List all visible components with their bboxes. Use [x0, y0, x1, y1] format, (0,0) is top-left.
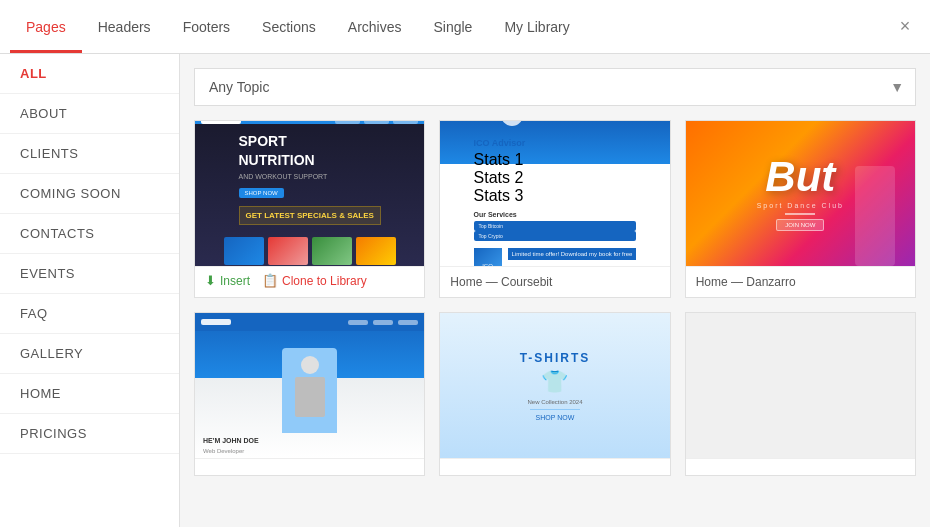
- card-thumbnail: THE NUMBER OF YOUR Certified Nord ICO Ad…: [440, 121, 669, 266]
- card-title: [440, 458, 669, 475]
- sidebar-item-contacts[interactable]: CONTACTS: [0, 214, 179, 254]
- thumb-coursebit: THE NUMBER OF YOUR Certified Nord ICO Ad…: [440, 121, 669, 266]
- top-nav: Pages Headers Footers Sections Archives …: [0, 0, 930, 54]
- sidebar: ALL ABOUT CLIENTS COMING SOON CONTACTS E…: [0, 54, 180, 527]
- templates-grid: SPORTNUTRITION AND WORKOUT SUPPORT SHOP …: [194, 120, 916, 476]
- card-thumbnail: [686, 313, 915, 458]
- tab-my-library[interactable]: My Library: [488, 0, 585, 53]
- topic-filter-wrapper: Any Topic Business Sport Technology Fash…: [194, 68, 916, 106]
- card-thumbnail: T-SHIRTS 👕 New Collection 2024 SHOP NOW: [440, 313, 669, 458]
- card-thumbnail: But Sport Dance Club JOIN NOW: [686, 121, 915, 266]
- tab-archives[interactable]: Archives: [332, 0, 418, 53]
- insert-button[interactable]: ⬇ Insert: [205, 273, 250, 288]
- sidebar-item-events[interactable]: EVENTS: [0, 254, 179, 294]
- template-card-empty[interactable]: [685, 312, 916, 476]
- card-thumbnail: SPORTNUTRITION AND WORKOUT SUPPORT SHOP …: [195, 121, 424, 266]
- main-area: ALL ABOUT CLIENTS COMING SOON CONTACTS E…: [0, 54, 930, 527]
- tab-footers[interactable]: Footers: [167, 0, 246, 53]
- card-action-bar: ⬇ Insert 📋 Clone to Library: [195, 266, 424, 294]
- template-card-danzarro[interactable]: But Sport Dance Club JOIN NOW Home — Dan…: [685, 120, 916, 298]
- close-button[interactable]: ×: [890, 12, 920, 42]
- card-thumbnail: HE'M JOHN DOE Web Developer: [195, 313, 424, 458]
- template-card-bottom-left[interactable]: HE'M JOHN DOE Web Developer: [194, 312, 425, 476]
- content-area: Any Topic Business Sport Technology Fash…: [180, 54, 930, 527]
- clone-to-library-button[interactable]: 📋 Clone to Library: [262, 273, 367, 288]
- tab-sections[interactable]: Sections: [246, 0, 332, 53]
- card-title: [686, 458, 915, 475]
- tab-pages[interactable]: Pages: [10, 0, 82, 53]
- clone-icon: 📋: [262, 273, 278, 288]
- sidebar-item-all[interactable]: ALL: [0, 54, 179, 94]
- sidebar-item-clients[interactable]: CLIENTS: [0, 134, 179, 174]
- sidebar-item-about[interactable]: ABOUT: [0, 94, 179, 134]
- tab-single[interactable]: Single: [417, 0, 488, 53]
- sidebar-item-coming-soon[interactable]: COMING SOON: [0, 174, 179, 214]
- card-title: [195, 458, 424, 475]
- insert-icon: ⬇: [205, 273, 216, 288]
- thumb-sport-nutrition: SPORTNUTRITION AND WORKOUT SUPPORT SHOP …: [195, 121, 424, 266]
- template-card-tshirt[interactable]: T-SHIRTS 👕 New Collection 2024 SHOP NOW: [439, 312, 670, 476]
- card-title: Home — Danzarro: [686, 266, 915, 297]
- thumb-danzarro: But Sport Dance Club JOIN NOW: [686, 121, 915, 266]
- sidebar-item-faq[interactable]: FAQ: [0, 294, 179, 334]
- tab-headers[interactable]: Headers: [82, 0, 167, 53]
- template-card-coursebit[interactable]: THE NUMBER OF YOUR Certified Nord ICO Ad…: [439, 120, 670, 298]
- sidebar-item-gallery[interactable]: GALLERY: [0, 334, 179, 374]
- sidebar-item-pricings[interactable]: PRICINGS: [0, 414, 179, 454]
- template-card-sport-nutrition[interactable]: SPORTNUTRITION AND WORKOUT SUPPORT SHOP …: [194, 120, 425, 298]
- card-title: Home — Coursebit: [440, 266, 669, 297]
- sidebar-item-home[interactable]: HOME: [0, 374, 179, 414]
- topic-select[interactable]: Any Topic Business Sport Technology Fash…: [194, 68, 916, 106]
